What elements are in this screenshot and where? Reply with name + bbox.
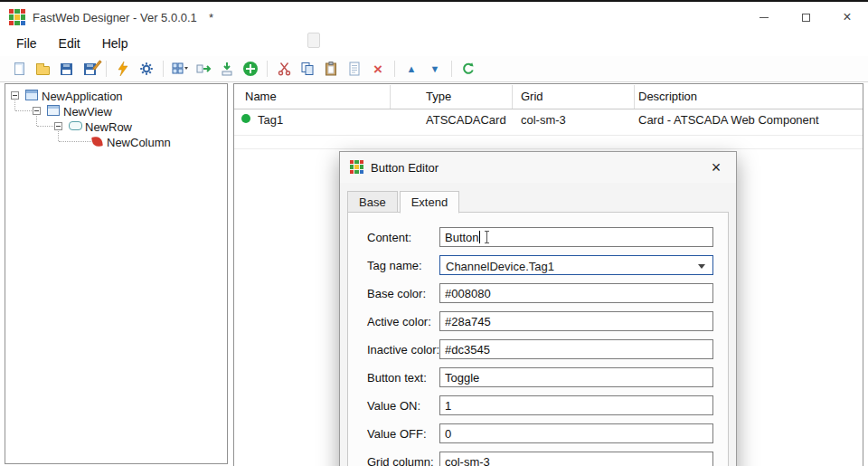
text-caret bbox=[479, 231, 480, 243]
toolbar-separator bbox=[267, 61, 268, 77]
tree-item-label: NewRow bbox=[85, 120, 132, 134]
tree-item-label: NewColumn bbox=[107, 136, 171, 149]
tab-strip: Base Extend bbox=[347, 191, 461, 213]
tag-name-field: Tag name: ChannelDevice.Tag1 bbox=[367, 255, 716, 275]
grid-component-icon[interactable] bbox=[170, 59, 190, 79]
inactive-color-input[interactable] bbox=[439, 339, 713, 359]
close-icon: × bbox=[843, 10, 851, 24]
base-color-label: Base color: bbox=[367, 287, 426, 300]
content-field: Content: bbox=[367, 227, 716, 247]
run-icon[interactable] bbox=[113, 59, 133, 79]
collapse-box-icon[interactable] bbox=[54, 122, 62, 130]
collapse-box-icon[interactable] bbox=[33, 107, 41, 115]
menu-help[interactable]: Help bbox=[91, 33, 139, 56]
cell-name: Tag1 bbox=[258, 113, 283, 127]
menubar: File Edit Help bbox=[5, 33, 138, 56]
toolbar-separator bbox=[451, 61, 452, 77]
grid-row-tag1[interactable]: Tag1 ATSCADACard col-sm-3 Card - ATSCADA… bbox=[234, 109, 863, 135]
refresh-icon[interactable] bbox=[458, 59, 478, 79]
tab-extend[interactable]: Extend bbox=[400, 191, 459, 214]
move-down-icon[interactable]: ▼ bbox=[425, 59, 445, 79]
cell-description: Card - ATSCADA Web Component bbox=[638, 113, 819, 127]
minimize-button[interactable] bbox=[743, 4, 785, 31]
content-input[interactable] bbox=[439, 227, 713, 247]
modified-indicator: * bbox=[209, 11, 213, 24]
cut-scissors-icon[interactable] bbox=[274, 59, 294, 79]
add-icon[interactable] bbox=[241, 59, 260, 79]
button-text-label: Button text: bbox=[367, 371, 427, 385]
value-off-field: Value OFF: bbox=[367, 423, 716, 443]
base-color-input[interactable] bbox=[439, 283, 713, 303]
import-icon[interactable] bbox=[217, 59, 237, 79]
row-divider bbox=[234, 135, 863, 136]
app-window: FastWeb Designer - Ver 5.0.0.1 * × File … bbox=[0, 0, 868, 466]
titlebar: FastWeb Designer - Ver 5.0.0.1 * × bbox=[0, 4, 868, 31]
tag-name-combobox[interactable]: ChannelDevice.Tag1 bbox=[439, 255, 713, 275]
tree-item-label: NewView bbox=[63, 105, 112, 119]
cell-grid: col-sm-3 bbox=[521, 113, 566, 127]
toolbar-separator bbox=[106, 61, 107, 77]
value-on-input[interactable] bbox=[439, 395, 713, 415]
grid-header: Name Type Grid Description bbox=[234, 84, 863, 109]
delete-icon[interactable]: × bbox=[368, 59, 388, 79]
ghost-icon bbox=[307, 33, 320, 48]
inactive-color-field: Inactive color: bbox=[367, 339, 716, 359]
button-text-field: Button text: bbox=[367, 367, 716, 387]
base-color-field: Base color: bbox=[367, 283, 716, 303]
column-header-type[interactable]: Type bbox=[426, 84, 451, 109]
active-color-input[interactable] bbox=[439, 311, 713, 331]
project-tree-panel: NewApplication NewView NewRow NewColumn bbox=[5, 83, 228, 464]
dialog-titlebar[interactable]: Button Editor × bbox=[340, 152, 736, 183]
column-header-name[interactable]: Name bbox=[245, 84, 277, 109]
tree-item-label: NewApplication bbox=[42, 90, 123, 103]
tree-item-newview[interactable]: NewView bbox=[5, 103, 226, 119]
copy-icon[interactable] bbox=[297, 59, 317, 79]
dialog-title: Button Editor bbox=[371, 161, 439, 175]
column-separator bbox=[390, 85, 391, 109]
dialog-close-button[interactable]: × bbox=[703, 157, 729, 178]
tree-item-newcolumn[interactable]: NewColumn bbox=[5, 134, 226, 149]
menu-edit[interactable]: Edit bbox=[48, 33, 91, 56]
row-divider bbox=[234, 148, 863, 149]
save-icon[interactable] bbox=[56, 59, 76, 79]
column-icon bbox=[91, 136, 103, 147]
maximize-icon bbox=[802, 14, 810, 22]
tag-name-label: Tag name: bbox=[367, 259, 422, 272]
close-button[interactable]: × bbox=[826, 4, 868, 31]
collapse-box-icon[interactable] bbox=[11, 91, 19, 100]
column-separator bbox=[634, 85, 635, 109]
document-icon[interactable] bbox=[344, 59, 364, 79]
toolbar: × ▲ ▼ bbox=[0, 56, 868, 82]
active-color-field: Active color: bbox=[367, 311, 716, 331]
status-dot-icon bbox=[241, 114, 250, 123]
toolbar-separator bbox=[163, 61, 164, 77]
grid-column-field: Grid column: bbox=[367, 452, 716, 466]
new-file-icon[interactable] bbox=[9, 59, 29, 79]
value-off-input[interactable] bbox=[439, 423, 713, 443]
column-header-description[interactable]: Description bbox=[638, 84, 697, 109]
value-on-field: Value ON: bbox=[367, 395, 716, 415]
open-folder-icon[interactable] bbox=[33, 59, 52, 79]
minimize-icon bbox=[760, 17, 769, 18]
value-on-label: Value ON: bbox=[367, 399, 420, 413]
application-icon bbox=[25, 90, 38, 100]
button-text-input[interactable] bbox=[439, 367, 713, 387]
toolbar-separator bbox=[394, 61, 395, 77]
tree-item-newrow[interactable]: NewRow bbox=[5, 119, 226, 134]
inactive-color-label: Inactive color: bbox=[367, 343, 439, 357]
move-up-icon[interactable]: ▲ bbox=[401, 59, 421, 79]
export-icon[interactable] bbox=[193, 59, 213, 79]
column-separator bbox=[512, 85, 513, 109]
button-editor-dialog: Button Editor × Base Extend Content: Tag… bbox=[339, 151, 737, 466]
settings-gear-icon[interactable] bbox=[137, 59, 156, 79]
value-off-label: Value OFF: bbox=[367, 427, 427, 441]
tree-item-newapplication[interactable]: NewApplication bbox=[5, 88, 226, 103]
grid-column-input[interactable] bbox=[439, 452, 713, 466]
menu-file[interactable]: File bbox=[5, 33, 48, 56]
maximize-button[interactable] bbox=[785, 4, 826, 31]
column-header-grid[interactable]: Grid bbox=[521, 84, 543, 109]
save-as-icon[interactable] bbox=[80, 59, 99, 79]
window-controls: × bbox=[743, 4, 868, 31]
tab-base[interactable]: Base bbox=[347, 191, 398, 213]
paste-icon[interactable] bbox=[321, 59, 341, 79]
